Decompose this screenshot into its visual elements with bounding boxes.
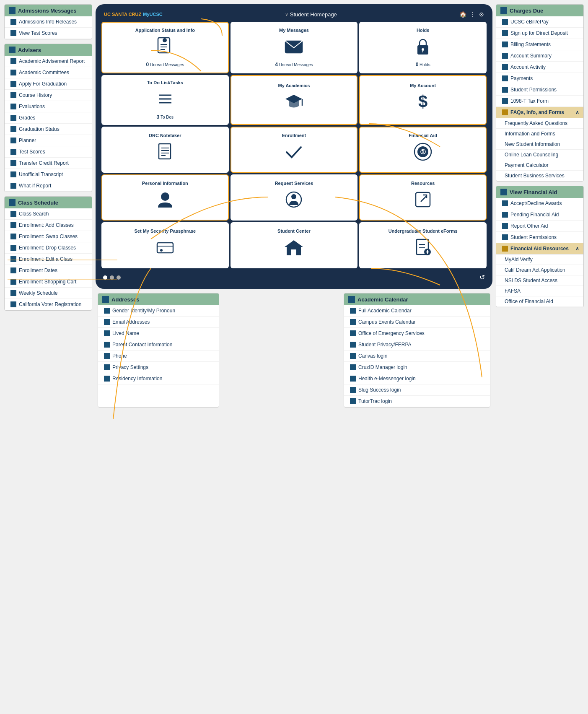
device-header: UC SANTA CRUZ MyUCSC ∨ Student Homepage … <box>100 8 488 20</box>
financial-aid-resources-header[interactable]: Financial Aid Resources ∧ <box>496 243 583 254</box>
list-item[interactable]: Graduation Status <box>5 124 92 135</box>
list-item[interactable]: Information and Forms <box>496 129 583 139</box>
tile-application-status[interactable]: Application Status and Info0 Unread Mess… <box>101 22 229 73</box>
tile-subtitle: 0 Unread Messages <box>146 62 184 68</box>
list-item[interactable]: Enrollment Dates <box>5 265 92 276</box>
list-item[interactable]: Payment Calculator <box>496 160 583 171</box>
list-item[interactable]: Frequently Asked Questions <box>496 118 583 129</box>
drc-notetaker-icon <box>155 141 176 164</box>
list-item[interactable]: Report Other Aid <box>496 221 583 232</box>
item-icon <box>104 364 110 370</box>
pagination-dot-3[interactable] <box>117 275 121 280</box>
list-item[interactable]: Admissions Info Releases <box>5 16 92 28</box>
tile-todo-list[interactable]: To Do List/Tasks3 To Dos <box>101 75 229 125</box>
list-item[interactable]: Sign up for Direct Deposit <box>496 28 583 39</box>
list-item[interactable]: Parent Contact Information <box>98 339 219 351</box>
list-item[interactable]: CruzID Manager login <box>344 362 490 373</box>
list-item[interactable]: Payments <box>496 73 583 84</box>
list-item[interactable]: TutorTrac login <box>344 396 490 407</box>
list-item[interactable]: Enrollment: Swap Classes <box>5 231 92 242</box>
tile-personal-information[interactable]: Personal Information <box>101 174 229 221</box>
tile-drc-notetaker[interactable]: DRC Notetaker <box>101 127 229 173</box>
list-item[interactable]: Test Scores <box>5 146 92 158</box>
list-item[interactable]: Privacy Settings <box>98 362 219 373</box>
list-item[interactable]: Canvas login <box>344 351 490 362</box>
list-item[interactable]: Office of Financial Aid <box>496 296 583 307</box>
list-item[interactable]: Calif Dream Act Application <box>496 265 583 275</box>
list-item[interactable]: Grades <box>5 112 92 124</box>
list-item[interactable]: Student Business Services <box>496 171 583 181</box>
list-item[interactable]: Evaluations <box>5 101 92 112</box>
list-item[interactable]: Phone <box>98 351 219 362</box>
list-item[interactable]: Academic Committees <box>5 67 92 78</box>
list-item[interactable]: Enrollment: Edit a Class <box>5 254 92 265</box>
list-item[interactable]: 1098-T Tax Form <box>496 96 583 107</box>
list-item[interactable]: Slug Success login <box>344 384 490 396</box>
list-item[interactable]: Pending Financial Aid <box>496 209 583 221</box>
home-icon[interactable]: 🏠 <box>459 11 466 18</box>
holds-icon <box>412 36 433 58</box>
list-item[interactable]: Transfer Credit Report <box>5 158 92 169</box>
list-item[interactable]: Course History <box>5 90 92 101</box>
list-item[interactable]: Email Addresses <box>98 317 219 328</box>
list-item[interactable]: Academic Advisement Report <box>5 56 92 67</box>
list-item[interactable]: Unofficial Transcript <box>5 169 92 180</box>
list-item[interactable]: FAFSA <box>496 286 583 296</box>
panel-icon <box>102 296 109 303</box>
list-item[interactable]: Enrollment Shopping Cart <box>5 276 92 288</box>
list-item[interactable]: Student Privacy/FERPA <box>344 339 490 351</box>
tile-financial-aid[interactable]: Financial Aid① <box>359 127 487 173</box>
list-item[interactable]: Accept/Decline Awards <box>496 198 583 209</box>
tile-request-services[interactable]: Request Services <box>231 174 358 221</box>
more-options-icon[interactable]: ⋮ <box>470 11 476 18</box>
list-item[interactable]: Office of Emergency Services <box>344 328 490 339</box>
pagination-dot-1[interactable] <box>103 275 107 280</box>
list-item[interactable]: California Voter Registration <box>5 299 92 310</box>
tile-student-center[interactable]: Student Center <box>231 222 358 268</box>
list-item[interactable]: Online Loan Counseling <box>496 150 583 160</box>
list-item[interactable]: Weekly Schedule <box>5 288 92 299</box>
tile-holds[interactable]: Holds0 Holds <box>359 22 487 73</box>
list-item[interactable]: Lived Name <box>98 328 219 339</box>
list-item[interactable]: Billing Statements <box>496 39 583 50</box>
tile-my-academics[interactable]: My Academics <box>231 75 358 125</box>
list-item[interactable]: Student Permissions <box>496 232 583 243</box>
svg-point-23 <box>161 192 169 201</box>
tile-resources[interactable]: Resources <box>359 174 487 221</box>
tile-title: To Do List/Tasks <box>147 80 183 85</box>
item-icon <box>10 104 16 109</box>
tile-eforms[interactable]: Undergraduate Student eForms <box>359 222 487 268</box>
list-item[interactable]: Account Summary <box>496 50 583 62</box>
list-item[interactable]: Account Activity <box>496 62 583 73</box>
tile-my-messages[interactable]: My Messages4 Unread Messages <box>231 22 358 73</box>
list-item[interactable]: Planner <box>5 135 92 146</box>
device-title: ∨ Student Homepage <box>285 11 337 18</box>
list-item[interactable]: UCSC eBill/ePay <box>496 16 583 28</box>
list-item[interactable]: Gender Identity/My Pronoun <box>98 305 219 317</box>
list-item[interactable]: MyAid Verify <box>496 254 583 265</box>
list-item[interactable]: NSLDS Student Access <box>496 275 583 286</box>
list-item[interactable]: New Student Information <box>496 139 583 150</box>
my-messages-icon <box>283 36 304 58</box>
faqs-collapsible-header[interactable]: FAQs, Info, and Forms ∧ <box>496 107 583 118</box>
list-item[interactable]: View Test Scores <box>5 28 92 39</box>
list-item[interactable]: Enrollment: Drop Classes <box>5 242 92 254</box>
list-item[interactable]: Campus Events Calendar <box>344 317 490 328</box>
list-item[interactable]: Apply For Graduation <box>5 78 92 90</box>
pagination-dot-2[interactable] <box>110 275 114 280</box>
list-item[interactable]: What-if Report <box>5 180 92 192</box>
close-icon[interactable]: ⊗ <box>479 11 484 18</box>
tile-set-security[interactable]: Set My Security Passphrase <box>101 222 229 268</box>
list-item[interactable]: Enrollment: Add Classes <box>5 220 92 231</box>
refresh-button[interactable]: ↺ <box>479 273 485 281</box>
list-item[interactable]: Full Academic Calendar <box>344 305 490 317</box>
list-item[interactable]: Residency Information <box>98 373 219 384</box>
panel-icon <box>348 296 355 303</box>
tile-my-account[interactable]: My Account$ <box>359 75 487 125</box>
list-item[interactable]: Student Permissions <box>496 84 583 96</box>
list-item[interactable]: Health e-Messenger login <box>344 373 490 384</box>
list-item[interactable]: Class Search <box>5 208 92 220</box>
item-icon <box>502 53 508 59</box>
tile-enrollment[interactable]: Enrollment <box>231 127 358 173</box>
addresses-header: Addresses <box>98 293 219 305</box>
